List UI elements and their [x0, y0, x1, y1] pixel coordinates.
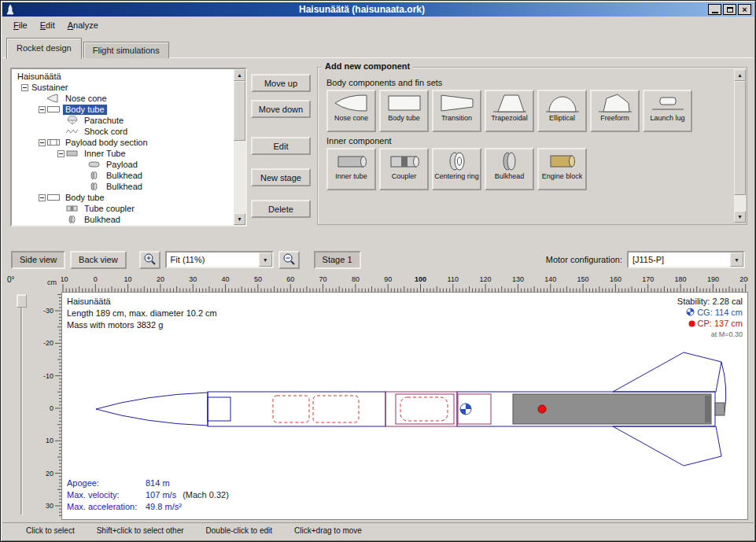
- rocket-length-diameter: Length 189 cm, max. diameter 10.2 cm: [67, 308, 217, 319]
- side-view-button[interactable]: Side view: [11, 251, 65, 269]
- add-engine-block-button[interactable]: Engine block: [537, 148, 587, 190]
- shockcord-icon: [65, 127, 79, 136]
- scrollbar-track[interactable]: [734, 81, 746, 211]
- svg-text:90: 90: [384, 275, 392, 283]
- shock-cord-outline: [313, 396, 359, 422]
- svg-text:0: 0: [94, 275, 98, 283]
- collapse-toggle-icon[interactable]: [39, 194, 46, 201]
- slider-thumb[interactable]: [17, 294, 27, 308]
- add-freeform-button[interactable]: Freeform: [590, 90, 640, 132]
- tab-bar: Rocket designFlight simulations: [6, 36, 171, 58]
- palette-button-label: Freeform: [600, 114, 629, 122]
- scrollbar-thumb[interactable]: [734, 81, 746, 195]
- rocket-canvas[interactable]: Haisunäätä Length 189 cm, max. diameter …: [61, 292, 748, 520]
- rotation-slider[interactable]: [16, 293, 28, 517]
- delete-button[interactable]: Delete: [251, 200, 311, 218]
- svg-text:30: 30: [46, 502, 53, 510]
- collapse-toggle-icon[interactable]: [21, 84, 28, 91]
- chevron-down-icon[interactable]: ▼: [730, 253, 743, 267]
- add-trapezoidal-button[interactable]: Trapezoidal: [485, 90, 534, 132]
- scroll-down-icon[interactable]: ▼: [734, 211, 746, 223]
- scrollbar-thumb[interactable]: [234, 81, 245, 141]
- collapse-toggle-icon[interactable]: [57, 150, 65, 157]
- add-body-tube-button[interactable]: Body tube: [379, 90, 429, 132]
- zoom-in-button[interactable]: [139, 251, 160, 269]
- engineblock-icon: [544, 150, 581, 172]
- back-view-button[interactable]: Back view: [70, 251, 127, 269]
- tree-item-bulkhead[interactable]: Bulkhead: [12, 214, 234, 225]
- move-up-button[interactable]: Move up: [251, 74, 311, 92]
- collapse-toggle-icon[interactable]: [39, 139, 46, 146]
- max-velocity-label: Max. velocity:: [67, 489, 146, 501]
- cp-row: CP: 137 cm: [677, 318, 743, 329]
- svg-text:190: 190: [707, 275, 719, 283]
- maximize-icon: [727, 7, 733, 13]
- component-tree[interactable]: HaisunäätäSustainerNose coneBody tubePar…: [12, 69, 234, 225]
- tree-connector: [78, 160, 87, 169]
- close-button[interactable]: ×: [738, 4, 751, 15]
- titlebar[interactable]: Haisunäätä (haisunaata.ork) ×: [2, 2, 754, 17]
- tree-item-label: Parachute: [82, 116, 126, 126]
- tab-flight-simulations[interactable]: Flight simulations: [83, 42, 169, 58]
- scroll-up-icon[interactable]: ▲: [734, 69, 746, 81]
- tree-connector: [56, 127, 65, 136]
- menu-file[interactable]: File: [7, 18, 34, 32]
- add-elliptical-button[interactable]: Elliptical: [537, 90, 587, 132]
- status-hint: Click+drag to move: [294, 526, 362, 535]
- tree-item-nose-cone[interactable]: Nose cone: [12, 93, 234, 104]
- collapse-toggle-icon[interactable]: [39, 106, 46, 113]
- edit-button[interactable]: Edit: [251, 137, 311, 155]
- tree-item-payload[interactable]: Payload: [12, 159, 234, 170]
- tree-item-sustainer[interactable]: Sustainer: [12, 82, 234, 93]
- motor-configuration-value: [J115-P]: [629, 255, 730, 264]
- tree-item-body-tube[interactable]: Body tube: [12, 192, 234, 203]
- scroll-down-icon[interactable]: ▼: [234, 213, 245, 225]
- add-launch-lug-button[interactable]: Launch lug: [643, 90, 692, 132]
- add-centering-ring-button[interactable]: Centering ring: [432, 148, 481, 190]
- lower-fin: [613, 426, 721, 466]
- move-down-button[interactable]: Move down: [251, 100, 311, 118]
- menu-edit[interactable]: Edit: [34, 18, 61, 32]
- component-palette: Body components and fin setsNose coneBod…: [325, 74, 730, 223]
- menu-analyze[interactable]: Analyze: [61, 18, 105, 32]
- tree-item-parachute[interactable]: Parachute: [12, 115, 234, 126]
- tree-item-shock-cord[interactable]: Shock cord: [12, 126, 234, 137]
- tree-item-body-tube[interactable]: Body tube: [12, 104, 234, 115]
- tree-connector: [37, 94, 46, 103]
- tab-rocket-design[interactable]: Rocket design: [6, 38, 82, 59]
- slider-track[interactable]: [20, 294, 23, 515]
- tree-item-tube-coupler[interactable]: Tube coupler: [12, 203, 234, 214]
- tree-item-payload-body-section[interactable]: Payload body section: [12, 137, 234, 148]
- apogee-row: Apogee:814 m: [67, 477, 229, 489]
- payload-outline: [400, 397, 448, 421]
- palette-button-label: Launch lug: [650, 114, 684, 122]
- scrollbar-track[interactable]: [234, 81, 245, 213]
- tree-item-haisun-t[interactable]: Haisunäätä: [12, 71, 234, 82]
- add-bulkhead-button[interactable]: Bulkhead: [485, 148, 534, 190]
- app-icon: [5, 4, 16, 15]
- coupler-icon: [386, 150, 422, 172]
- add-transition-button[interactable]: Transition: [432, 90, 481, 132]
- svg-text:70: 70: [319, 275, 326, 283]
- bodytube-icon: [46, 193, 61, 202]
- add-coupler-button[interactable]: Coupler: [379, 148, 429, 190]
- palette-scrollbar[interactable]: ▲ ▼: [734, 69, 746, 223]
- stage-1-toggle[interactable]: Stage 1: [314, 251, 361, 269]
- tree-item-inner-tube[interactable]: Inner Tube: [12, 148, 234, 159]
- new-stage-button[interactable]: New stage: [251, 168, 311, 186]
- tree-item-bulkhead[interactable]: Bulkhead: [12, 170, 234, 181]
- chevron-down-icon[interactable]: ▼: [259, 253, 272, 267]
- maximize-button[interactable]: [723, 4, 736, 15]
- add-inner-tube-button[interactable]: Inner tube: [326, 148, 376, 190]
- zoom-select[interactable]: Fit (11%) ▼: [165, 251, 274, 268]
- motor-nozzle: [715, 403, 725, 415]
- tree-item-bulkhead[interactable]: Bulkhead: [12, 181, 234, 192]
- tree-scrollbar[interactable]: ▲ ▼: [234, 69, 245, 225]
- scroll-up-icon[interactable]: ▲: [234, 69, 245, 81]
- minimize-button[interactable]: [708, 4, 721, 15]
- add-nose-cone-button[interactable]: Nose cone: [326, 90, 376, 132]
- rocket-view-panel: 0° cm -100102030405060708090100110120130…: [2, 272, 754, 522]
- nosecone-icon: [46, 94, 61, 103]
- motor-configuration-select[interactable]: [J115-P] ▼: [627, 251, 745, 268]
- zoom-out-button[interactable]: [278, 251, 300, 269]
